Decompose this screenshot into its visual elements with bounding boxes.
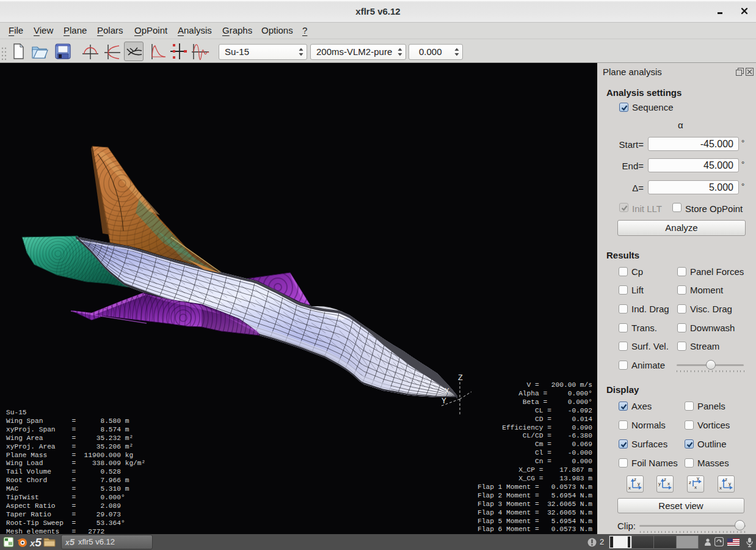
svg-text:y: y — [729, 481, 731, 486]
svg-text:y: y — [638, 481, 640, 486]
svg-text:z: z — [634, 477, 636, 482]
svg-text:Y: Y — [442, 397, 446, 406]
svg-text:x: x — [667, 481, 670, 486]
svg-text:x: x — [719, 485, 722, 491]
svg-text:X: X — [445, 387, 449, 396]
svg-text:x: x — [628, 485, 631, 491]
svg-text:y: y — [658, 481, 661, 486]
svg-text:z: z — [725, 477, 727, 482]
svg-text:Z: Z — [458, 373, 463, 383]
svg-text:x: x — [694, 485, 697, 490]
svg-text:y: y — [697, 477, 699, 481]
svg-text:z: z — [689, 480, 691, 485]
svg-text:z: z — [664, 477, 666, 482]
